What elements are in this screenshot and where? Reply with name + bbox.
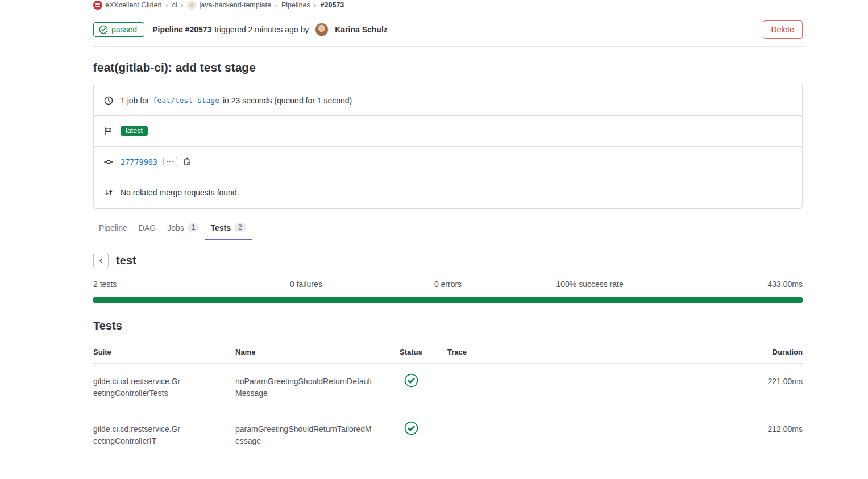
pipeline-status-label: passed (111, 25, 137, 34)
table-row: gilde.ci.cd.restservice.GreetingControll… (93, 411, 803, 459)
test-suite-title: test (116, 254, 136, 267)
breadcrumb-subgroup[interactable]: ci (172, 1, 177, 9)
pipeline-status-badge[interactable]: passed (93, 22, 144, 37)
chevron-left-icon (97, 257, 105, 265)
success-check-icon (404, 373, 418, 388)
test-status-cell (400, 373, 447, 388)
ref-link[interactable]: feat/test-stage (153, 96, 219, 105)
test-summary: 2 tests 0 failures 0 errors 100% success… (93, 280, 803, 289)
pipeline-summary-text: Pipeline #20573 triggered 2 minutes ago … (152, 23, 388, 36)
merge-requests-icon (104, 188, 113, 197)
tab-tests-count-badge: 2 (234, 223, 246, 232)
job-count-text: 1 job for (121, 96, 149, 105)
pipeline-id-label: Pipeline #20573 (152, 25, 211, 34)
summary-duration: 433.00ms (661, 280, 803, 289)
tests-table-header: Suite Name Status Trace Duration (93, 342, 803, 364)
column-header-suite: Suite (93, 348, 235, 356)
commit-icon (104, 157, 113, 166)
pipeline-info-box: 1 job for feat/test-stage in 23 seconds … (93, 85, 803, 209)
back-button[interactable] (93, 253, 109, 268)
breadcrumb-pipeline-id-label: #20573 (321, 1, 344, 9)
success-check-icon (404, 421, 418, 435)
group-avatar-icon (93, 1, 102, 10)
column-header-trace: Trace (447, 348, 740, 356)
breadcrumb-group-label: eXXcellent Gilden (105, 1, 161, 9)
tab-dag-label: DAG (139, 223, 156, 232)
no-merge-requests-text: No related merge requests found. (121, 188, 239, 197)
copy-sha-icon[interactable] (183, 157, 192, 166)
commit-message-toggle[interactable]: ··· (163, 157, 177, 166)
breadcrumb-pipelines[interactable]: Pipelines (281, 1, 310, 9)
test-suite-cell: gilde.ci.cd.restservice.GreetingControll… (93, 376, 184, 399)
summary-errors: 0 errors (377, 280, 519, 289)
test-name-cell: paramGreetingShouldReturnTailoredMessage (235, 423, 374, 447)
commit-row: 27779903 ··· (94, 147, 802, 177)
breadcrumb-pipelines-label: Pipelines (281, 1, 310, 9)
author-avatar[interactable] (315, 23, 329, 36)
breadcrumb-separator: › (275, 1, 277, 9)
breadcrumb-separator: › (165, 1, 168, 9)
page-title: feat(gitlab-ci): add test stage (93, 61, 803, 74)
tab-tests[interactable]: Tests 2 (205, 218, 251, 240)
latest-row: latest (94, 116, 802, 147)
summary-success-rate: 100% success rate (519, 280, 661, 289)
tab-tests-label: Tests (210, 223, 231, 232)
tab-jobs-count-badge: 1 (188, 223, 200, 232)
clock-icon (104, 96, 113, 105)
project-avatar-icon (187, 1, 196, 10)
author-name[interactable]: Karina Schulz (335, 25, 388, 34)
test-suite-header: test (93, 253, 803, 268)
tab-pipeline-label: Pipeline (99, 223, 127, 232)
success-progress-bar (93, 297, 803, 303)
column-header-name: Name (235, 348, 400, 356)
merge-request-row: No related merge requests found. (94, 177, 802, 208)
breadcrumb-subgroup-label: ci (172, 1, 177, 9)
breadcrumb-project-label: java-backend-template (199, 1, 271, 9)
commit-sha-link[interactable]: 27779903 (121, 157, 157, 166)
breadcrumb-group[interactable]: eXXcellent Gilden (93, 1, 161, 10)
job-duration-text: in 23 seconds (queued for 1 second) (223, 96, 352, 105)
tab-jobs[interactable]: Jobs 1 (161, 218, 205, 240)
pipeline-triggered-text: triggered 2 minutes ago by (214, 25, 309, 34)
table-row: gilde.ci.cd.restservice.GreetingControll… (93, 364, 803, 411)
test-duration-cell: 212.00ms (740, 423, 803, 435)
test-duration-cell: 221.00ms (740, 376, 803, 388)
breadcrumb-separator: › (181, 1, 183, 9)
tests-heading: Tests (93, 319, 803, 332)
test-suite-cell: gilde.ci.cd.restservice.GreetingControll… (93, 423, 184, 447)
breadcrumb-project[interactable]: java-backend-template (187, 1, 271, 10)
tab-jobs-label: Jobs (167, 223, 184, 232)
test-name-cell: noParamGreetingShouldReturnDefaultMessag… (235, 376, 374, 399)
column-header-duration: Duration (740, 348, 803, 356)
summary-tests: 2 tests (93, 280, 235, 289)
summary-failures: 0 failures (235, 280, 377, 289)
pipeline-header: passed Pipeline #20573 triggered 2 minut… (93, 13, 803, 47)
tab-pipeline[interactable]: Pipeline (93, 218, 133, 240)
delete-button[interactable]: Delete (763, 20, 803, 39)
job-info-row: 1 job for feat/test-stage in 23 seconds … (94, 85, 802, 116)
latest-badge[interactable]: latest (121, 126, 148, 136)
column-header-status: Status (400, 348, 447, 356)
pipeline-tabs: Pipeline DAG Jobs 1 Tests 2 (93, 218, 803, 240)
pipeline-page: eXXcellent Gilden › ci › java-backend-te… (93, 0, 803, 459)
check-circle-icon (99, 25, 108, 34)
tab-dag[interactable]: DAG (133, 218, 161, 240)
breadcrumb: eXXcellent Gilden › ci › java-backend-te… (93, 0, 803, 13)
tests-table: Suite Name Status Trace Duration gilde.c… (93, 342, 803, 459)
breadcrumb-pipeline-id[interactable]: #20573 (321, 1, 344, 9)
breadcrumb-separator: › (314, 1, 317, 9)
flag-icon (104, 127, 113, 136)
test-status-cell (400, 421, 447, 435)
